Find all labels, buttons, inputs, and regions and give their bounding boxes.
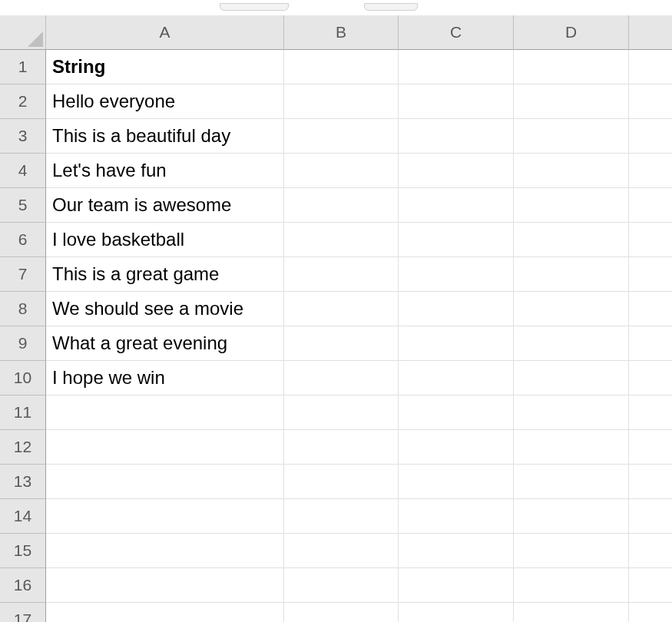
row-header-12[interactable]: 12 [0,430,46,465]
row-header-2[interactable]: 2 [0,84,46,119]
cell-A14[interactable] [46,499,284,534]
cell-D3[interactable] [514,119,629,154]
cell-B14[interactable] [284,499,399,534]
cell-E16[interactable] [629,568,672,603]
row-header-9[interactable]: 9 [0,326,46,361]
cell-D2[interactable] [514,84,629,119]
cell-A9[interactable]: What a great evening [46,326,284,361]
row-header-7[interactable]: 7 [0,257,46,292]
cell-A8[interactable]: We should see a movie [46,292,284,326]
cell-B17[interactable] [284,603,399,622]
cell-D9[interactable] [514,326,629,361]
cell-C9[interactable] [399,326,514,361]
cell-E15[interactable] [629,534,672,568]
row-header-5[interactable]: 5 [0,188,46,223]
cell-D10[interactable] [514,361,629,395]
cell-B4[interactable] [284,154,399,188]
cell-A5[interactable]: Our team is awesome [46,188,284,223]
cell-E4[interactable] [629,154,672,188]
cell-E12[interactable] [629,430,672,465]
cell-E3[interactable] [629,119,672,154]
cell-A3[interactable]: This is a beautiful day [46,119,284,154]
cell-D13[interactable] [514,465,629,499]
cell-A4[interactable]: Let's have fun [46,154,284,188]
cell-E11[interactable] [629,395,672,430]
cell-A12[interactable] [46,430,284,465]
cell-C1[interactable] [399,50,514,84]
cell-E9[interactable] [629,326,672,361]
cell-A13[interactable] [46,465,284,499]
column-header-D[interactable]: D [514,15,629,50]
cell-D5[interactable] [514,188,629,223]
column-header-partial[interactable] [629,15,672,50]
cell-A15[interactable] [46,534,284,568]
cell-E17[interactable] [629,603,672,622]
cell-A1[interactable]: String [46,50,284,84]
cell-A17[interactable] [46,603,284,622]
cell-B8[interactable] [284,292,399,326]
cell-D8[interactable] [514,292,629,326]
cell-A16[interactable] [46,568,284,603]
cell-C6[interactable] [399,223,514,257]
cell-C14[interactable] [399,499,514,534]
cell-B11[interactable] [284,395,399,430]
cell-C3[interactable] [399,119,514,154]
cell-C13[interactable] [399,465,514,499]
cell-A6[interactable]: I love basketball [46,223,284,257]
cell-E10[interactable] [629,361,672,395]
spreadsheet-grid[interactable]: A B C D 1 String 2 Hello everyone 3 This… [0,15,672,622]
select-all-corner[interactable] [0,15,46,50]
row-header-16[interactable]: 16 [0,568,46,603]
row-header-1[interactable]: 1 [0,50,46,84]
cell-A11[interactable] [46,395,284,430]
cell-E6[interactable] [629,223,672,257]
cell-D15[interactable] [514,534,629,568]
cell-E5[interactable] [629,188,672,223]
cell-C7[interactable] [399,257,514,292]
cell-B2[interactable] [284,84,399,119]
row-header-15[interactable]: 15 [0,534,46,568]
cell-C12[interactable] [399,430,514,465]
cell-D7[interactable] [514,257,629,292]
cell-B9[interactable] [284,326,399,361]
cell-D1[interactable] [514,50,629,84]
cell-A2[interactable]: Hello everyone [46,84,284,119]
row-header-14[interactable]: 14 [0,499,46,534]
column-header-C[interactable]: C [399,15,514,50]
cell-D17[interactable] [514,603,629,622]
row-header-8[interactable]: 8 [0,292,46,326]
row-header-6[interactable]: 6 [0,223,46,257]
cell-C10[interactable] [399,361,514,395]
cell-E7[interactable] [629,257,672,292]
cell-B15[interactable] [284,534,399,568]
row-header-3[interactable]: 3 [0,119,46,154]
cell-E2[interactable] [629,84,672,119]
column-header-B[interactable]: B [284,15,399,50]
cell-B16[interactable] [284,568,399,603]
cell-B6[interactable] [284,223,399,257]
cell-D12[interactable] [514,430,629,465]
cell-C17[interactable] [399,603,514,622]
row-header-17[interactable]: 17 [0,603,46,622]
cell-C2[interactable] [399,84,514,119]
cell-E1[interactable] [629,50,672,84]
cell-D14[interactable] [514,499,629,534]
cell-E13[interactable] [629,465,672,499]
cell-A7[interactable]: This is a great game [46,257,284,292]
cell-B5[interactable] [284,188,399,223]
cell-C5[interactable] [399,188,514,223]
cell-C15[interactable] [399,534,514,568]
cell-B3[interactable] [284,119,399,154]
cell-D4[interactable] [514,154,629,188]
cell-D6[interactable] [514,223,629,257]
row-header-11[interactable]: 11 [0,395,46,430]
cell-B13[interactable] [284,465,399,499]
cell-D16[interactable] [514,568,629,603]
cell-B7[interactable] [284,257,399,292]
cell-C8[interactable] [399,292,514,326]
row-header-10[interactable]: 10 [0,361,46,395]
row-header-13[interactable]: 13 [0,465,46,499]
cell-B10[interactable] [284,361,399,395]
cell-C11[interactable] [399,395,514,430]
cell-E14[interactable] [629,499,672,534]
